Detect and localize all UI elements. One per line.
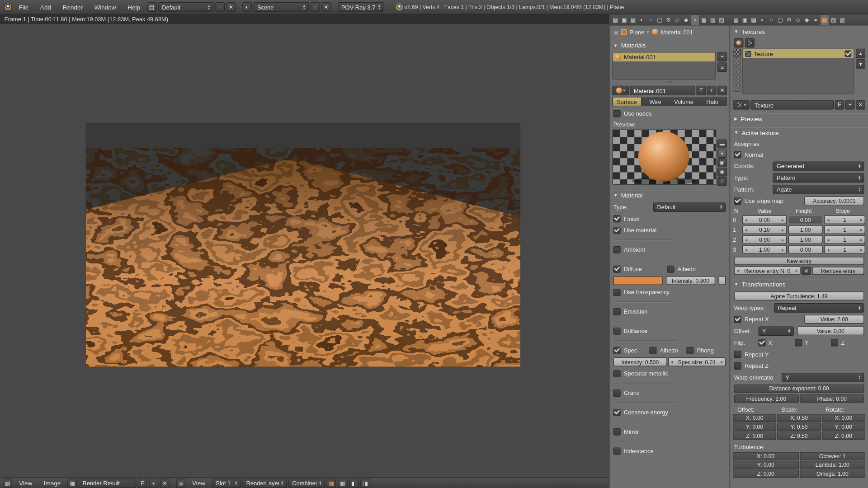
preview-flat-button[interactable]: ▬ <box>717 140 727 149</box>
warp-types-dropdown[interactable]: Repeat ▴▾ <box>774 303 864 312</box>
slope-slope-stepper[interactable]: ◂1▸ <box>824 245 865 254</box>
emission-checkbox[interactable] <box>613 308 621 315</box>
rotate-x-field[interactable]: X: 0.00 <box>822 414 865 422</box>
new-entry-button[interactable]: New entry <box>734 257 864 265</box>
slope-slope-stepper[interactable]: ◂1▸ <box>824 235 865 244</box>
tab-particles-icon[interactable]: ▧ <box>829 14 837 24</box>
mirror-checkbox[interactable] <box>613 428 621 435</box>
flip-z-checkbox[interactable] <box>831 339 838 346</box>
tab-texture-icon[interactable]: ▦ <box>821 14 829 24</box>
texture-slot-empty[interactable] <box>743 67 854 76</box>
slope-height-field[interactable]: 0.00 <box>788 215 823 224</box>
render-pass-dropdown[interactable]: Combined ▴▾ <box>288 479 325 488</box>
spec-checkbox[interactable] <box>613 347 621 354</box>
add-scene-button[interactable]: + <box>310 2 320 12</box>
slope-value-stepper[interactable]: ◂0.00▸ <box>742 215 787 224</box>
tab-world-icon[interactable]: ○ <box>646 14 655 24</box>
material-specials-icon[interactable]: ≡ <box>717 62 727 72</box>
image-browse-icon[interactable]: ▦ <box>67 479 77 488</box>
agate-turbulence-slider[interactable]: Agate Turbulence: 1.49 <box>734 291 864 300</box>
new-texture-button[interactable]: + <box>845 100 855 110</box>
conserve-energy-checkbox[interactable] <box>613 408 621 416</box>
ambient-checkbox[interactable] <box>613 246 621 253</box>
tab-physics-icon[interactable]: ▨ <box>717 14 726 24</box>
flip-x-checkbox[interactable] <box>759 339 766 346</box>
channel-z-icon[interactable]: ◨ <box>360 479 370 488</box>
preview-section-header[interactable]: ▶ Preview <box>730 113 868 123</box>
spec-size-stepper[interactable]: ◂ Spec size: 0.01 ▸ <box>668 357 726 366</box>
preview-sky-button[interactable]: ○ <box>717 177 727 186</box>
tab-material-icon[interactable]: ● <box>811 14 820 24</box>
tab-scene-icon[interactable]: ◐ <box>759 14 767 24</box>
pin-icon[interactable]: ◎ <box>613 28 618 35</box>
pin-icon[interactable]: ◎ <box>176 479 186 488</box>
tab-render-icon[interactable]: ▣ <box>620 14 628 24</box>
texture-slot-icon[interactable] <box>733 84 741 92</box>
scene-icon[interactable]: ◐ <box>242 2 252 12</box>
texture-slot-icon[interactable] <box>733 75 741 83</box>
tab-constraints-icon[interactable]: ⚙ <box>664 14 672 24</box>
warp-orientation-dropdown[interactable]: Y ▴▾ <box>782 373 864 382</box>
texture-slot-empty[interactable] <box>743 58 854 67</box>
use-transparency-checkbox[interactable] <box>613 289 621 296</box>
tab-render-layers-icon[interactable]: ▤ <box>629 14 637 24</box>
animate-property-button[interactable] <box>718 276 726 285</box>
pattern-dropdown[interactable]: Agate ▴▾ <box>773 184 864 194</box>
accuracy-slider[interactable]: Accuracy: 0.0001 <box>804 197 864 206</box>
render-engine-dropdown[interactable]: POV-Ray 3.7 ▴▾ <box>337 2 384 12</box>
footer-menu-view[interactable]: View <box>14 478 37 488</box>
texture-context-material-icon[interactable] <box>734 38 744 47</box>
textures-section-header[interactable]: ▼ Textures <box>730 27 868 37</box>
spec-albedo-checkbox[interactable] <box>649 347 656 354</box>
unlink-material-button[interactable]: ✕ <box>717 86 727 95</box>
offset-z-field[interactable]: Z: 0.00 <box>733 432 776 440</box>
tab-render-icon[interactable]: ▣ <box>741 14 749 24</box>
list-resize-grip[interactable]: ══ <box>609 80 730 84</box>
tab-modifiers-icon[interactable]: ◇ <box>673 14 681 24</box>
tab-object-data-icon[interactable]: ◆ <box>803 14 811 24</box>
list-resize-grip[interactable]: ══ <box>730 94 868 99</box>
texture-context-world-icon[interactable] <box>745 38 755 47</box>
image-datablock-dropdown[interactable]: Render Result <box>79 479 136 488</box>
image-unlink-button[interactable]: ✕ <box>160 479 170 488</box>
texture-slot-icon[interactable] <box>733 49 741 56</box>
texture-slot-icon[interactable] <box>733 66 741 74</box>
slope-height-field[interactable]: 1.00 <box>788 225 823 234</box>
screen-layout-icon[interactable]: ▤ <box>147 2 156 12</box>
use-material-checkbox[interactable] <box>613 226 621 234</box>
texture-slot-item[interactable]: Texture <box>743 49 854 58</box>
slope-slope-stepper[interactable]: ◂1▸ <box>824 225 865 234</box>
mode-halo-button[interactable]: Halo <box>698 98 726 106</box>
specular-metallic-checkbox[interactable] <box>613 370 621 377</box>
editor-type-icon[interactable]: ▤ <box>732 14 740 24</box>
breadcrumb-object[interactable]: Plane <box>629 28 644 35</box>
tab-texture-icon[interactable]: ▦ <box>700 14 708 24</box>
menu-render[interactable]: Render <box>58 0 88 14</box>
slope-value-stepper[interactable]: ◂0.10▸ <box>742 225 787 234</box>
screen-layout-dropdown[interactable]: Default ▴▾ <box>158 2 213 12</box>
channel-alpha-icon[interactable]: ◧ <box>349 479 359 488</box>
tab-physics-icon[interactable]: ▨ <box>838 14 846 24</box>
slope-height-field[interactable]: 0.00 <box>788 245 823 254</box>
remove-entry-button[interactable]: Remove entry <box>812 267 864 275</box>
image-fake-user-button[interactable]: F <box>138 479 147 488</box>
diffuse-intensity-slider[interactable]: Intensity: 0.800 <box>666 276 715 285</box>
spec-intensity-slider[interactable]: Intensity: 0.500 <box>613 357 667 366</box>
slope-value-stepper[interactable]: ◂1.00▸ <box>742 245 787 254</box>
texture-slot-icon[interactable] <box>733 57 741 65</box>
tab-particles-icon[interactable]: ▧ <box>708 14 717 24</box>
menu-add[interactable]: Add <box>35 0 56 14</box>
new-material-button[interactable]: + <box>707 86 717 95</box>
omega-field[interactable]: Omega: 1.00 <box>800 470 865 478</box>
repeat-x-checkbox[interactable] <box>734 316 741 323</box>
tab-render-layers-icon[interactable]: ▤ <box>750 14 758 24</box>
use-nodes-checkbox[interactable] <box>613 110 621 117</box>
diffuse-albedo-checkbox[interactable] <box>667 265 675 272</box>
editor-type-icon[interactable]: ▤ <box>611 14 619 24</box>
flip-y-checkbox[interactable] <box>795 339 802 346</box>
octaves-field[interactable]: Octaves: 1 <box>800 452 865 460</box>
remove-entry-n-stepper[interactable]: ◂Remove entry N: 0▸ <box>734 266 801 275</box>
tab-constraints-icon[interactable]: ⚙ <box>785 14 793 24</box>
scale-y-field[interactable]: Y: 0.50 <box>778 423 821 431</box>
turbulence-z-field[interactable]: Z: 0.00 <box>733 470 798 478</box>
